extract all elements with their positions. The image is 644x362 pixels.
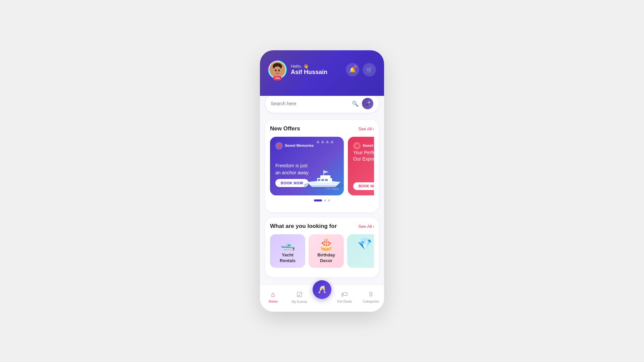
nav-categories[interactable]: ⠿ Categories	[358, 291, 384, 303]
svg-point-5	[277, 71, 278, 72]
mic-button[interactable]: 🎤	[362, 98, 373, 109]
svg-rect-10	[321, 179, 324, 181]
yacht-illustration	[304, 165, 344, 189]
carousel-dot-3[interactable]	[328, 199, 330, 201]
bottom-nav: ⌂ Home ☑ My Events 🥂 🏷 Hot Deals ⠿ Categ…	[260, 285, 384, 312]
user-greeting: Hello, 👋 Asif Hussain	[291, 64, 327, 76]
new-offers-section: New Offers See All ›	[265, 120, 379, 212]
cart-icon: 🛒	[366, 67, 373, 73]
events-icon: ☑	[297, 291, 303, 299]
deco-4	[330, 140, 334, 143]
new-offers-header: New Offers See All ›	[270, 125, 374, 132]
brand-icon-1: ❤️	[275, 142, 283, 149]
new-offers-see-all[interactable]: See All ›	[358, 126, 374, 131]
main-content: 🔍 🎤 New Offers See All ›	[260, 88, 384, 285]
other-category-icon: 💎	[357, 237, 372, 251]
categories-carousel: 🛥️ YachtRentals 🎂 BirthdayDecor 💎	[270, 234, 374, 268]
mic-icon: 🎤	[365, 101, 371, 106]
offer-card-1-inner: ❤️ Sweet Memories Freedom is just an anc…	[270, 137, 344, 195]
brand-name-2: Sweet Memories	[363, 143, 374, 148]
nav-events-label: My Events	[291, 300, 307, 304]
user-name: Asif Hussain	[291, 69, 327, 76]
avatar	[269, 62, 285, 78]
category-card-other[interactable]: 💎	[347, 234, 374, 268]
carousel-dots	[270, 199, 374, 201]
offer-brand-2: ❤️ Sweet Memories	[353, 142, 374, 149]
header-actions: 🔔 🛒	[346, 63, 376, 76]
phone-frame: 75% Hello, 👋 Asif Hussain 🔔 🛒	[260, 50, 384, 312]
nav-events[interactable]: ☑ My Events	[286, 291, 313, 304]
nav-home-label: Home	[269, 300, 278, 303]
yacht-category-label: YachtRentals	[280, 252, 296, 264]
nav-hotdeals-label: Hot Deals	[337, 300, 352, 303]
offer-decoration	[316, 140, 334, 143]
progress-badge: 75%	[273, 76, 282, 80]
offers-carousel: ❤️ Sweet Memories Freedom is just an anc…	[270, 137, 374, 195]
nav-categories-label: Categories	[363, 300, 379, 303]
offer-card-1[interactable]: ❤️ Sweet Memories Freedom is just an anc…	[270, 137, 344, 195]
deco-1	[316, 140, 320, 143]
brand-icon-2: ❤️	[353, 142, 361, 149]
yacht-category-icon: 🛥️	[280, 237, 295, 251]
notification-button[interactable]: 🔔	[346, 63, 359, 76]
deco-2	[321, 140, 324, 143]
svg-marker-13	[324, 170, 329, 174]
birthday-category-label: BirthdayDecor	[317, 252, 335, 264]
categories-see-all[interactable]: See All ›	[358, 224, 374, 229]
carousel-dot-2[interactable]	[324, 199, 326, 201]
offer-card-2-inner: ❤️ Sweet Memories Your Perfect Our Exper…	[348, 137, 374, 195]
nav-home[interactable]: ⌂ Home	[260, 291, 286, 303]
chevron-right-icon: ›	[373, 126, 374, 131]
svg-rect-8	[320, 175, 330, 179]
home-icon: ⌂	[271, 291, 275, 298]
wave-emoji: 👋	[303, 64, 309, 69]
carousel-dot-1[interactable]	[314, 199, 322, 201]
category-card-birthday[interactable]: 🎂 BirthdayDecor	[309, 234, 344, 268]
offer-card-2[interactable]: ❤️ Sweet Memories Your Perfect Our Exper…	[348, 137, 374, 195]
deco-3	[326, 140, 329, 143]
categories-section: What are you looking for See All › 🛥️ Ya…	[265, 218, 379, 277]
header: 75% Hello, 👋 Asif Hussain 🔔 🛒	[260, 50, 384, 96]
svg-point-3	[275, 70, 277, 71]
book-now-btn-2[interactable]: BOOK NOW	[353, 182, 374, 190]
brand-name-1: Sweet Memories	[285, 143, 314, 148]
avatar-wrapper: 75%	[268, 60, 287, 79]
offer-brand-1: ❤️ Sweet Memories	[275, 142, 338, 149]
nav-hotdeals[interactable]: 🏷 Hot Deals	[331, 291, 358, 303]
champagne-icon: 🥂	[318, 285, 327, 294]
hotdeals-icon: 🏷	[341, 291, 348, 298]
search-icon: 🔍	[352, 101, 359, 107]
notification-dot	[354, 65, 357, 68]
svg-point-2	[273, 66, 281, 76]
greeting-text: Hello,	[291, 64, 302, 69]
tagline-line1: Freedom is just	[275, 163, 308, 168]
categories-icon: ⠿	[369, 291, 373, 298]
categories-header: What are you looking for See All ›	[270, 223, 374, 230]
categories-title: What are you looking for	[270, 223, 337, 230]
svg-rect-9	[318, 179, 320, 181]
new-offers-title: New Offers	[270, 125, 300, 132]
birthday-category-icon: 🎂	[319, 237, 334, 251]
search-bar: 🔍 🎤	[265, 95, 379, 113]
svg-point-4	[278, 70, 280, 71]
user-section: 75% Hello, 👋 Asif Hussain	[268, 60, 327, 79]
category-card-yacht[interactable]: 🛥️ YachtRentals	[270, 234, 305, 268]
offer-tagline-2: Your Perfect Our Experience	[353, 149, 374, 162]
cart-button[interactable]: 🛒	[363, 63, 376, 76]
search-input[interactable]	[271, 101, 348, 106]
chevron-right-icon-2: ›	[373, 224, 374, 229]
svg-rect-11	[325, 179, 328, 181]
nav-center-button[interactable]: 🥂	[313, 280, 331, 299]
search-button[interactable]: 🔍	[352, 101, 359, 107]
